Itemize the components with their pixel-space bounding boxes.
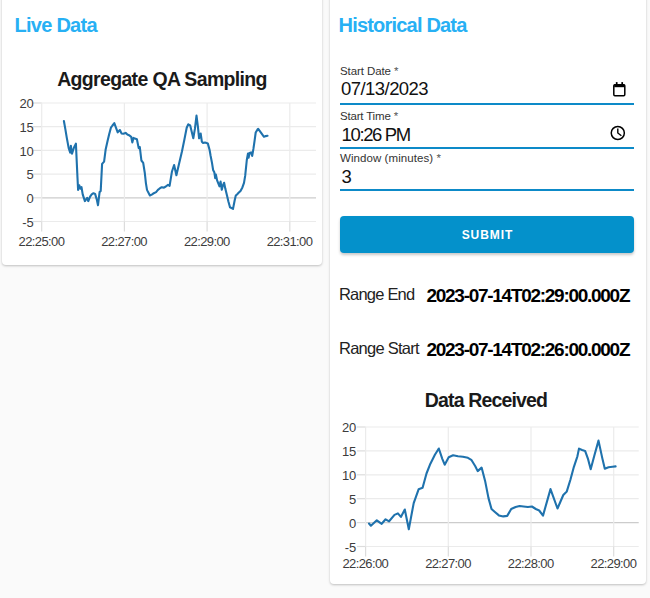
svg-text:15: 15 [19, 120, 33, 135]
svg-text:22:27:00: 22:27:00 [425, 556, 471, 571]
svg-text:22:31:00: 22:31:00 [267, 234, 313, 249]
svg-text:Aggregate QA Sampling: Aggregate QA Sampling [57, 68, 267, 90]
svg-text:10: 10 [342, 468, 356, 483]
svg-text:20: 20 [342, 420, 356, 435]
svg-text:22:29:00: 22:29:00 [184, 234, 230, 249]
svg-text:-5: -5 [345, 540, 356, 555]
svg-text:22:29:00: 22:29:00 [591, 556, 637, 571]
svg-text:22:25:00: 22:25:00 [19, 234, 65, 249]
svg-text:5: 5 [26, 167, 33, 182]
svg-text:15: 15 [342, 444, 356, 459]
svg-text:20: 20 [19, 96, 33, 111]
svg-text:22:28:00: 22:28:00 [508, 556, 554, 571]
svg-text:-5: -5 [22, 215, 33, 230]
svg-text:0: 0 [26, 191, 33, 206]
svg-text:22:27:00: 22:27:00 [101, 234, 147, 249]
svg-text:10: 10 [19, 144, 33, 159]
svg-text:Data Received: Data Received [425, 389, 547, 411]
svg-text:22:26:00: 22:26:00 [342, 556, 388, 571]
svg-text:0: 0 [349, 516, 356, 531]
svg-text:5: 5 [349, 492, 356, 507]
